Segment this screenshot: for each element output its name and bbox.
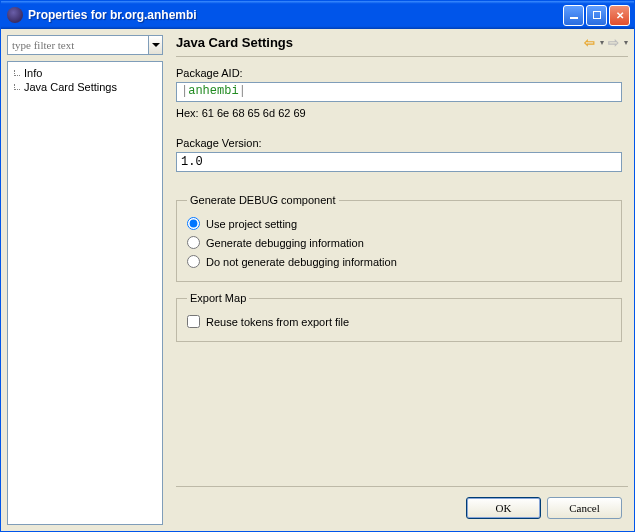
debug-group: Generate DEBUG component Use project set… <box>176 194 622 282</box>
page-title: Java Card Settings <box>176 35 582 50</box>
filter-input[interactable] <box>7 35 149 55</box>
maximize-button[interactable] <box>586 5 607 26</box>
nav-tree: Info Java Card Settings <box>7 61 163 525</box>
filter-dropdown-button[interactable] <box>149 35 163 55</box>
properties-window: Properties for br.org.anhembi ✕ Info Jav… <box>0 0 635 532</box>
back-arrow-icon[interactable]: ⇦ <box>582 35 597 50</box>
forward-history-dropdown: ▾ <box>624 38 628 47</box>
export-map-title: Export Map <box>187 292 249 304</box>
export-map-group: Export Map Reuse tokens from export file <box>176 292 622 342</box>
package-version-field[interactable] <box>176 152 622 172</box>
main-panel: Java Card Settings ⇦▾ ⇨▾ Package AID: |a… <box>166 35 628 525</box>
button-bar: OK Cancel <box>176 486 628 525</box>
debug-option-use-project[interactable]: Use project setting <box>187 214 611 233</box>
radio-generate[interactable] <box>187 236 200 249</box>
back-history-dropdown[interactable]: ▾ <box>600 38 604 47</box>
debug-group-title: Generate DEBUG component <box>187 194 339 206</box>
reuse-tokens-checkbox[interactable] <box>187 315 200 328</box>
chevron-down-icon <box>152 43 160 47</box>
tree-item-java-card-settings[interactable]: Java Card Settings <box>10 80 160 94</box>
ok-button[interactable]: OK <box>466 497 541 519</box>
debug-option-generate[interactable]: Generate debugging information <box>187 233 611 252</box>
package-aid-field[interactable]: |anhembi| <box>176 82 622 102</box>
tree-item-info[interactable]: Info <box>10 66 160 80</box>
package-version-label: Package Version: <box>176 137 622 149</box>
titlebar[interactable]: Properties for br.org.anhembi ✕ <box>1 1 634 29</box>
radio-use-project[interactable] <box>187 217 200 230</box>
debug-option-do-not-generate[interactable]: Do not generate debugging information <box>187 252 611 271</box>
cancel-button[interactable]: Cancel <box>547 497 622 519</box>
window-title: Properties for br.org.anhembi <box>28 8 563 22</box>
package-aid-label: Package AID: <box>176 67 622 79</box>
hex-display: Hex: 61 6e 68 65 6d 62 69 <box>176 107 622 119</box>
radio-do-not-generate[interactable] <box>187 255 200 268</box>
forward-arrow-icon: ⇨ <box>606 35 621 50</box>
sidebar: Info Java Card Settings <box>7 35 163 525</box>
minimize-button[interactable] <box>563 5 584 26</box>
close-button[interactable]: ✕ <box>609 5 630 26</box>
eclipse-icon <box>7 7 23 23</box>
reuse-tokens-row[interactable]: Reuse tokens from export file <box>187 312 611 331</box>
